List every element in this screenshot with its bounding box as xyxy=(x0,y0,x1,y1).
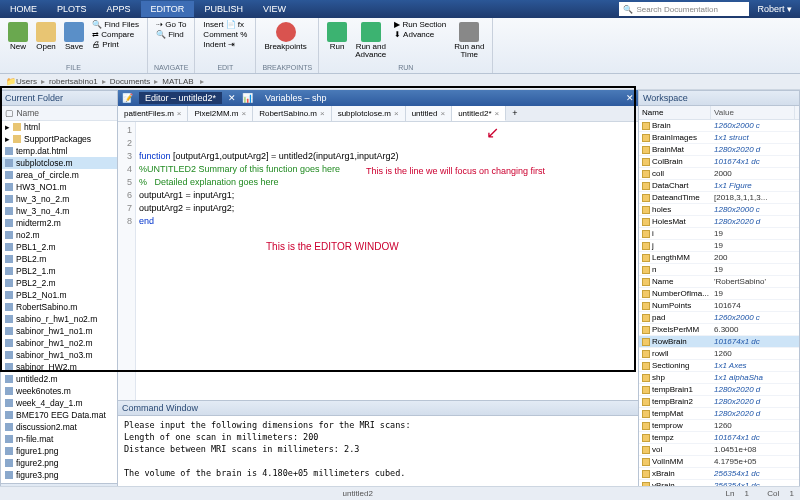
comment-button[interactable]: Comment % xyxy=(201,30,249,39)
goto-button[interactable]: ⇢ Go To xyxy=(154,20,188,29)
close-icon[interactable]: × xyxy=(495,109,500,118)
file-row[interactable]: sabinor_hw1_no3.m xyxy=(1,349,117,361)
file-row[interactable]: sabinor_hw1_no2.m xyxy=(1,337,117,349)
workspace-var[interactable]: temprow1260 xyxy=(639,420,799,432)
file-tab[interactable]: subplotclose.m× xyxy=(332,106,406,121)
close-icon[interactable]: × xyxy=(440,109,445,118)
file-row[interactable]: ▸ html xyxy=(1,121,117,133)
file-row[interactable]: hw_3_no_2.m xyxy=(1,193,117,205)
workspace-grid[interactable]: Name Value Brain1260x2000 cBrainImages1x… xyxy=(639,106,799,499)
workspace-var[interactable]: Name'RobertSabino' xyxy=(639,276,799,288)
file-row[interactable]: BME170 EEG Data.mat xyxy=(1,409,117,421)
file-row[interactable]: figure2.png xyxy=(1,457,117,469)
file-row[interactable]: ▸ SupportPackages xyxy=(1,133,117,145)
breadcrumb-seg[interactable]: Documents xyxy=(110,77,150,86)
file-row[interactable]: temp.dat.html xyxy=(1,145,117,157)
breadcrumb[interactable]: 📁 Users▸robertsabino1▸Documents▸MATLAB ▸ xyxy=(0,74,800,90)
file-row[interactable]: sabinor_HW2.m xyxy=(1,361,117,373)
workspace-var[interactable]: vol1.0451e+08 xyxy=(639,444,799,456)
run-time-button[interactable]: Run and Time xyxy=(452,20,486,61)
file-row[interactable]: sabino_r_hw1_no2.m xyxy=(1,313,117,325)
close-icon[interactable]: ✕ xyxy=(228,93,236,103)
close-icon[interactable]: × xyxy=(394,109,399,118)
search-box[interactable]: 🔍 Search Documentation xyxy=(619,2,749,16)
workspace-var[interactable]: rowll1260 xyxy=(639,348,799,360)
file-row[interactable]: sabinor_hw1_no1.m xyxy=(1,325,117,337)
file-list[interactable]: ▢ Name ▸ html▸ SupportPackages temp.dat.… xyxy=(1,106,117,483)
file-row[interactable]: subplotclose.m xyxy=(1,157,117,169)
workspace-var[interactable]: PixelsPerMM6.3000 xyxy=(639,324,799,336)
user-menu[interactable]: Robert ▾ xyxy=(749,4,800,14)
file-row[interactable]: area_of_circle.m xyxy=(1,169,117,181)
file-row[interactable]: RobertSabino.m xyxy=(1,301,117,313)
workspace-var[interactable]: Brain1260x2000 c xyxy=(639,120,799,132)
workspace-var[interactable]: VolInMM4.1795e+05 xyxy=(639,456,799,468)
menu-tab-plots[interactable]: PLOTS xyxy=(47,1,97,17)
workspace-var[interactable]: NumPoints101674 xyxy=(639,300,799,312)
breadcrumb-seg[interactable]: Users xyxy=(16,77,37,86)
menu-tab-publish[interactable]: PUBLISH xyxy=(194,1,253,17)
filelist-header[interactable]: ▢ Name xyxy=(1,106,117,121)
menu-tab-view[interactable]: VIEW xyxy=(253,1,296,17)
workspace-var[interactable]: DateandTime[2018,3,1,1,3... xyxy=(639,192,799,204)
menu-tab-apps[interactable]: APPS xyxy=(97,1,141,17)
file-row[interactable]: HW3_NO1.m xyxy=(1,181,117,193)
file-row[interactable]: PBL2_2.m xyxy=(1,277,117,289)
file-row[interactable]: hw_3_no_4.m xyxy=(1,205,117,217)
compare-button[interactable]: ⇄ Compare xyxy=(90,30,141,39)
close-icon[interactable]: ✕ xyxy=(626,93,634,103)
workspace-var[interactable]: tempBrain21280x2020 d xyxy=(639,396,799,408)
close-icon[interactable]: × xyxy=(320,109,325,118)
file-tab[interactable]: untitled× xyxy=(406,106,452,121)
file-tab[interactable]: patientFiles.m× xyxy=(118,106,188,121)
breadcrumb-seg[interactable]: robertsabino1 xyxy=(49,77,98,86)
workspace-var[interactable]: RowBrain101674x1 dc xyxy=(639,336,799,348)
file-row[interactable]: week_4_day_1.m xyxy=(1,397,117,409)
file-row[interactable]: PBL2.m xyxy=(1,253,117,265)
workspace-var[interactable]: n19 xyxy=(639,264,799,276)
file-row[interactable]: discussion2.mat xyxy=(1,421,117,433)
file-row[interactable]: figure3.png xyxy=(1,469,117,481)
editor-tab[interactable]: Editor – untitled2* xyxy=(139,92,222,104)
save-button[interactable]: Save xyxy=(62,20,86,53)
workspace-var[interactable]: j19 xyxy=(639,240,799,252)
file-tab[interactable]: Pixel2MM.m× xyxy=(188,106,253,121)
workspace-var[interactable]: i19 xyxy=(639,228,799,240)
workspace-var[interactable]: holes1280x2000 c xyxy=(639,204,799,216)
menu-tab-editor[interactable]: EDITOR xyxy=(141,1,195,17)
file-row[interactable]: PBL1_2.m xyxy=(1,241,117,253)
file-row[interactable]: m-file.mat xyxy=(1,433,117,445)
workspace-var[interactable]: tempz101674x1 dc xyxy=(639,432,799,444)
code-area[interactable]: function [outputArg1,outputArg2] = untit… xyxy=(136,122,638,400)
workspace-var[interactable]: xBrain256354x1 dc xyxy=(639,468,799,480)
breadcrumb-seg[interactable]: MATLAB xyxy=(162,77,193,86)
workspace-var[interactable]: DataChart1x1 Figure xyxy=(639,180,799,192)
workspace-var[interactable]: tempMat1280x2020 d xyxy=(639,408,799,420)
workspace-var[interactable]: coll2000 xyxy=(639,168,799,180)
workspace-var[interactable]: pad1260x2000 c xyxy=(639,312,799,324)
workspace-var[interactable]: LengthMM200 xyxy=(639,252,799,264)
workspace-var[interactable]: BrainImages1x1 struct xyxy=(639,132,799,144)
run-button[interactable]: Run xyxy=(325,20,349,61)
workspace-var[interactable]: Sectioning1x1 Axes xyxy=(639,360,799,372)
file-tab[interactable]: RobertSabino.m× xyxy=(253,106,331,121)
advance-button[interactable]: ⬇ Advance xyxy=(392,30,448,39)
menu-tab-home[interactable]: HOME xyxy=(0,1,47,17)
file-row[interactable]: PBL2_1.m xyxy=(1,265,117,277)
file-tab[interactable]: untitled2*× xyxy=(452,106,506,121)
open-button[interactable]: Open xyxy=(34,20,58,53)
close-icon[interactable]: × xyxy=(177,109,182,118)
indent-button[interactable]: Indent ⇥ xyxy=(201,40,249,49)
find-button[interactable]: 🔍 Find xyxy=(154,30,188,39)
file-row[interactable]: no2.m xyxy=(1,229,117,241)
close-icon[interactable]: × xyxy=(241,109,246,118)
file-row[interactable]: figure1.png xyxy=(1,445,117,457)
insert-button[interactable]: Insert 📄 fx xyxy=(201,20,249,29)
print-button[interactable]: 🖨 Print xyxy=(90,40,141,49)
file-row[interactable]: untitled2.m xyxy=(1,373,117,385)
run-advance-button[interactable]: Run and Advance xyxy=(353,20,388,61)
workspace-var[interactable]: BrainMat1280x2020 d xyxy=(639,144,799,156)
workspace-header[interactable]: Name Value xyxy=(639,106,799,120)
file-row[interactable]: week6notes.m xyxy=(1,385,117,397)
workspace-var[interactable]: ColBrain101674x1 dc xyxy=(639,156,799,168)
